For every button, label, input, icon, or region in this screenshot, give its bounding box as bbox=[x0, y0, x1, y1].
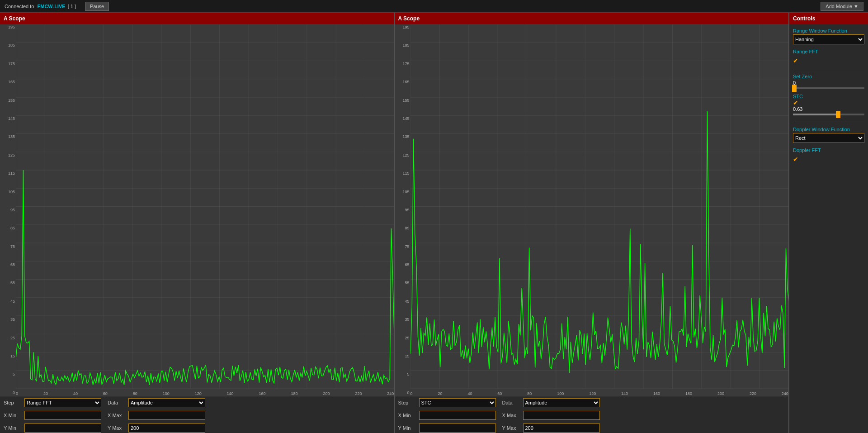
add-module-button[interactable]: Add Module ▼ bbox=[821, 2, 863, 11]
set-zero-slider-track[interactable] bbox=[793, 87, 864, 89]
range-window-label: Range Window Function bbox=[793, 28, 864, 33]
scope2-data-label: Data bbox=[502, 400, 520, 405]
scope1-xmin-label: X Min bbox=[4, 413, 22, 418]
scope1-xmin-input[interactable] bbox=[24, 411, 101, 420]
stc-section: STC ✔ 0.63 bbox=[793, 94, 864, 117]
range-fft-check-row: ✔ bbox=[793, 57, 864, 64]
scope1-ymax-input[interactable] bbox=[128, 423, 205, 433]
scope2-bottom: Step Range FFT STC Doppler FFT Data Ampl… bbox=[395, 396, 789, 433]
scope1-title: A Scope bbox=[4, 15, 25, 22]
divider2 bbox=[793, 122, 864, 122]
scope1-title-bar: A Scope bbox=[0, 13, 394, 24]
scope1-x-axis: 0 20 40 60 80 100 120 140 160 180 200 22… bbox=[16, 389, 394, 396]
scope-panel-2: A Scope 195 185 175 165 155 145 135 125 … bbox=[395, 13, 789, 433]
set-zero-label: Set Zero bbox=[793, 74, 864, 79]
controls-title: Controls bbox=[789, 13, 868, 24]
stc-checkbox[interactable]: ✔ bbox=[793, 99, 798, 106]
scope2-step-select[interactable]: Range FFT STC Doppler FFT bbox=[419, 398, 496, 407]
scope2-xmin-input[interactable] bbox=[419, 411, 496, 420]
connection-info: Connected to FMCW-LIVE [ 1 ] Pause bbox=[5, 2, 109, 11]
stc-slider-thumb[interactable] bbox=[836, 111, 840, 118]
range-fft-checkbox[interactable]: ✔ bbox=[793, 57, 798, 64]
scope2-ymax-input[interactable] bbox=[523, 423, 600, 433]
scopes-area: A Scope 195 185 175 165 155 145 135 125 … bbox=[0, 13, 789, 433]
range-fft-section: Range FFT bbox=[793, 49, 864, 54]
stc-label: STC bbox=[793, 94, 803, 99]
scope1-plot bbox=[16, 24, 394, 389]
range-fft-label: Range FFT bbox=[793, 49, 818, 54]
stc-value: 0.63 bbox=[793, 106, 864, 112]
doppler-fft-section: Doppler FFT bbox=[793, 148, 864, 153]
doppler-window-section: Doppler Window Function Rect Hanning Ham… bbox=[793, 127, 864, 143]
set-zero-section: Set Zero 0 bbox=[793, 74, 864, 91]
doppler-fft-check-row: ✔ bbox=[793, 156, 864, 163]
scope2-ymin-input[interactable] bbox=[419, 423, 496, 433]
scope2-x-axis: 0 20 40 60 80 100 120 140 160 180 200 22… bbox=[410, 389, 789, 396]
main-content: A Scope 195 185 175 165 155 145 135 125 … bbox=[0, 13, 868, 433]
scope1-ymin-input[interactable] bbox=[24, 423, 101, 433]
connection-text: Connected to FMCW-LIVE [ 1 ] bbox=[5, 4, 76, 9]
scope2-chart-svg bbox=[410, 24, 789, 389]
range-window-section: Range Window Function Hanning Rect Hammi… bbox=[793, 28, 864, 44]
scope1-row2: X Min X Max bbox=[4, 411, 391, 420]
scope1-ymax-label: Y Max bbox=[108, 425, 126, 431]
scope-panel-1: A Scope 195 185 175 165 155 145 135 125 … bbox=[0, 13, 395, 433]
scope1-xmax-label: X Max bbox=[108, 413, 126, 418]
scope2-data-select[interactable]: Amplitude Phase I Q bbox=[523, 398, 600, 407]
stc-slider-fill bbox=[793, 114, 838, 115]
scope1-ymin-label: Y Min bbox=[4, 425, 22, 431]
controls-body: Range Window Function Hanning Rect Hammi… bbox=[789, 24, 868, 167]
doppler-fft-label: Doppler FFT bbox=[793, 148, 821, 153]
scope2-title-bar: A Scope bbox=[395, 13, 789, 24]
scope2-row3: Y Min Y Max bbox=[398, 423, 785, 433]
top-bar: Connected to FMCW-LIVE [ 1 ] Pause Add M… bbox=[0, 0, 868, 13]
stc-slider-track[interactable] bbox=[793, 114, 864, 115]
scope2-y-axis: 195 185 175 165 155 145 135 125 115 105 … bbox=[395, 24, 410, 396]
scope2-xmax-input[interactable] bbox=[523, 411, 600, 420]
pause-button[interactable]: Pause bbox=[85, 2, 109, 11]
doppler-window-select[interactable]: Rect Hanning Hamming Blackman bbox=[793, 133, 864, 143]
scope1-data-select[interactable]: Amplitude Phase I Q bbox=[128, 398, 205, 407]
scope1-chart-area: 195 185 175 165 155 145 135 125 115 105 … bbox=[0, 24, 394, 396]
scope1-bottom: Step Range FFT STC Doppler FFT Data Ampl… bbox=[0, 396, 394, 433]
scope2-plot bbox=[410, 24, 789, 389]
scope1-chart-svg bbox=[16, 24, 394, 389]
scope2-xmin-label: X Min bbox=[398, 413, 416, 418]
controls-panel: Controls Range Window Function Hanning R… bbox=[789, 13, 868, 433]
scope2-ymin-label: Y Min bbox=[398, 425, 416, 431]
doppler-fft-checkbox[interactable]: ✔ bbox=[793, 156, 798, 163]
scope2-xmax-label: X Max bbox=[502, 413, 520, 418]
scope2-row2: X Min X Max bbox=[398, 411, 785, 420]
scope2-row1: Step Range FFT STC Doppler FFT Data Ampl… bbox=[398, 398, 785, 407]
scope1-data-label: Data bbox=[108, 400, 126, 405]
scope1-row3: Y Min Y Max bbox=[4, 423, 391, 433]
set-zero-slider-thumb[interactable] bbox=[792, 85, 797, 92]
scope2-ymax-label: Y Max bbox=[502, 425, 520, 431]
scope1-step-label: Step bbox=[4, 400, 22, 405]
scope2-title: A Scope bbox=[398, 15, 420, 22]
range-window-select[interactable]: Hanning Rect Hamming Blackman bbox=[793, 34, 864, 44]
scope2-chart-area: 195 185 175 165 155 145 135 125 115 105 … bbox=[395, 24, 789, 396]
top-bar-right: Add Module ▼ bbox=[821, 2, 863, 11]
doppler-window-label: Doppler Window Function bbox=[793, 127, 864, 132]
divider1 bbox=[793, 69, 864, 69]
scope2-step-label: Step bbox=[398, 400, 416, 405]
scope1-y-axis: 195 185 175 165 155 145 135 125 115 105 … bbox=[0, 24, 16, 396]
scope1-step-select[interactable]: Range FFT STC Doppler FFT bbox=[24, 398, 101, 407]
scope1-xmax-input[interactable] bbox=[128, 411, 205, 420]
set-zero-value: 0 bbox=[793, 80, 864, 86]
scope1-row1: Step Range FFT STC Doppler FFT Data Ampl… bbox=[4, 398, 391, 407]
